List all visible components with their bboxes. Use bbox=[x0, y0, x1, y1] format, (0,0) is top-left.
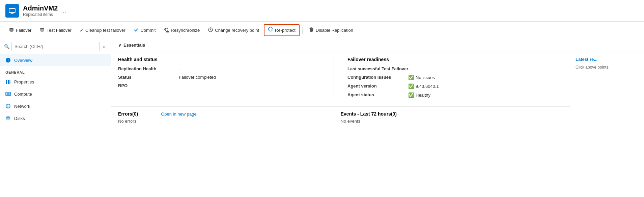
re-protect-button[interactable]: Re-protect bbox=[264, 24, 300, 36]
svg-rect-14 bbox=[7, 93, 9, 95]
sidebar: 🔍 « i Overview General Properties bbox=[0, 39, 111, 197]
page-title: AdminVM2 bbox=[23, 4, 58, 12]
main-layout: 🔍 « i Overview General Properties bbox=[0, 39, 644, 197]
main-panel: Health and status Replication Health - S… bbox=[111, 51, 570, 197]
agent-version-label: Agent version bbox=[347, 83, 408, 89]
svg-rect-11 bbox=[9, 80, 10, 84]
toolbar: Failover Test Failover ✓ Cleanup test fa… bbox=[0, 22, 644, 39]
sidebar-section-general: General bbox=[0, 66, 111, 76]
open-in-new-page-link[interactable]: Open in new page bbox=[161, 112, 197, 117]
agent-version-row: Agent version ✅ 9.43.6040.1 bbox=[347, 83, 563, 89]
compute-icon bbox=[5, 91, 11, 97]
change-recovery-point-button[interactable]: Change recovery point bbox=[204, 25, 262, 35]
test-failover-button[interactable]: Test Failover bbox=[36, 25, 75, 35]
svg-rect-1 bbox=[9, 9, 15, 12]
commit-label: Commit bbox=[140, 28, 156, 33]
failover-readiness-col: Failover readiness Last successful Test … bbox=[334, 57, 563, 101]
sidebar-item-properties[interactable]: Properties bbox=[0, 76, 111, 88]
agent-status-check-icon: ✅ bbox=[408, 92, 414, 98]
re-protect-icon bbox=[268, 27, 273, 33]
events-title: Events - Last 72 hours(0) bbox=[341, 111, 397, 117]
sidebar-item-properties-label: Properties bbox=[14, 79, 34, 84]
svg-rect-3 bbox=[11, 13, 13, 13]
change-recovery-icon bbox=[208, 27, 213, 33]
rpo-value: - bbox=[179, 83, 180, 88]
cleanup-icon: ✓ bbox=[80, 28, 84, 33]
status-row: Status Failover completed bbox=[118, 75, 334, 80]
resynchronize-button[interactable]: Resynchronize bbox=[160, 25, 203, 35]
essentials-header[interactable]: ∨ Essentials bbox=[111, 39, 644, 51]
errors-value: No errors bbox=[118, 119, 136, 124]
replication-health-label: Replication Health bbox=[118, 66, 179, 71]
full-content: ∨ Essentials Health and status Replicati… bbox=[111, 39, 644, 197]
rpo-label: RPO bbox=[118, 83, 179, 88]
commit-button[interactable]: Commit bbox=[130, 25, 159, 35]
sidebar-item-disks-label: Disks bbox=[14, 116, 25, 121]
agent-status-value: ✅ Healthy bbox=[408, 92, 430, 98]
svg-rect-9 bbox=[6, 80, 7, 84]
disable-replication-icon bbox=[309, 27, 314, 33]
change-recovery-label: Change recovery point bbox=[215, 28, 259, 33]
header: AdminVM2 Replicated items ... bbox=[0, 0, 644, 22]
agent-status-row: Agent status ✅ Healthy bbox=[347, 92, 563, 98]
resynchronize-icon bbox=[164, 27, 169, 33]
replication-health-value: - bbox=[179, 66, 180, 71]
agent-version-value: ✅ 9.43.6040.1 bbox=[408, 83, 439, 89]
sidebar-item-compute-label: Compute bbox=[14, 92, 32, 97]
collapse-sidebar-button[interactable]: « bbox=[102, 43, 107, 51]
last-test-failover-label: Last successful Test Failover bbox=[347, 66, 408, 71]
toolbar-divider bbox=[302, 27, 303, 34]
rpo-row: RPO - bbox=[118, 83, 334, 88]
sidebar-item-disks[interactable]: Disks bbox=[0, 112, 111, 124]
health-status-col: Health and status Replication Health - S… bbox=[118, 57, 334, 101]
agent-status-label: Agent status bbox=[347, 92, 408, 97]
test-failover-label: Test Failover bbox=[47, 28, 72, 33]
bottom-bar: Errors(0) Open in new page No errors Eve… bbox=[111, 107, 570, 128]
page-subtitle: Replicated items bbox=[23, 12, 58, 17]
agent-version-check-icon: ✅ bbox=[408, 83, 414, 89]
config-issues-label: Configuration issues bbox=[347, 75, 408, 80]
search-input[interactable] bbox=[11, 42, 100, 51]
overview-icon: i bbox=[5, 57, 11, 63]
header-icon bbox=[5, 4, 19, 18]
errors-section: Errors(0) Open in new page No errors bbox=[118, 111, 341, 124]
failover-readiness-title: Failover readiness bbox=[347, 57, 563, 62]
events-value: No events bbox=[341, 119, 361, 124]
disable-replication-button[interactable]: Disable Replication bbox=[305, 25, 357, 35]
cleanup-label: Cleanup test failover bbox=[85, 28, 125, 33]
test-failover-icon bbox=[39, 27, 45, 33]
more-options-button[interactable]: ... bbox=[61, 7, 66, 14]
latest-recovery-text: Click above points. bbox=[576, 65, 639, 70]
failover-icon bbox=[9, 27, 14, 33]
svg-text:i: i bbox=[8, 58, 9, 62]
re-protect-label: Re-protect bbox=[275, 28, 296, 33]
health-status-title: Health and status bbox=[118, 57, 334, 62]
resynchronize-label: Resynchronize bbox=[171, 28, 200, 33]
svg-rect-10 bbox=[8, 80, 9, 84]
sidebar-item-overview-label: Overview bbox=[14, 58, 32, 63]
search-bar: 🔍 « bbox=[0, 39, 111, 54]
sidebar-item-compute[interactable]: Compute bbox=[0, 88, 111, 100]
network-icon bbox=[5, 103, 11, 109]
sidebar-item-network-label: Network bbox=[14, 104, 30, 109]
config-issues-check-icon: ✅ bbox=[408, 75, 414, 80]
config-issues-row: Configuration issues ✅ No issues bbox=[347, 75, 563, 80]
svg-rect-2 bbox=[11, 13, 13, 14]
essentials-body: Health and status Replication Health - S… bbox=[111, 51, 570, 107]
status-label: Status bbox=[118, 75, 179, 80]
sidebar-item-overview[interactable]: i Overview bbox=[0, 54, 111, 66]
replication-health-row: Replication Health - bbox=[118, 66, 334, 71]
config-issues-value: ✅ No issues bbox=[408, 75, 435, 80]
failover-button[interactable]: Failover bbox=[5, 25, 35, 35]
sidebar-item-network[interactable]: Network bbox=[0, 100, 111, 112]
disable-replication-label: Disable Replication bbox=[316, 28, 353, 33]
essentials-chevron: ∨ bbox=[118, 43, 121, 48]
properties-icon bbox=[5, 79, 11, 84]
essentials-title: Essentials bbox=[123, 43, 145, 48]
last-test-failover-value: - bbox=[408, 66, 410, 71]
events-section: Events - Last 72 hours(0) No events bbox=[341, 111, 563, 124]
content-inner: Health and status Replication Health - S… bbox=[111, 51, 644, 197]
status-value: Failover completed bbox=[179, 75, 216, 80]
cleanup-test-failover-button[interactable]: ✓ Cleanup test failover bbox=[76, 26, 129, 35]
errors-title: Errors(0) bbox=[118, 111, 138, 117]
